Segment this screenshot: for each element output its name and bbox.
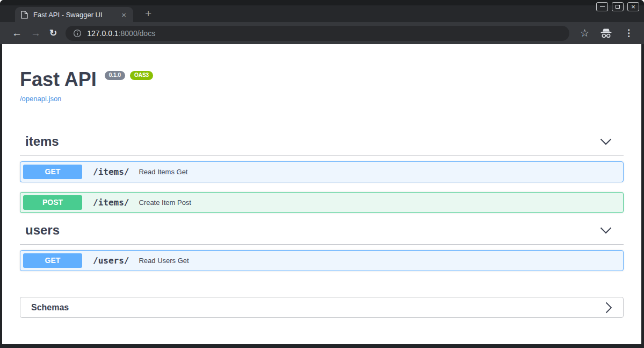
tag-section-items: items GET /items/ Read Items Get POST /i… [20,134,624,213]
method-badge-post: POST [23,195,82,210]
incognito-icon [598,28,614,39]
close-button[interactable]: × [627,2,639,11]
chevron-down-icon [600,227,612,234]
tab-title: Fast API - Swagger UI [33,11,120,19]
maximize-button[interactable] [612,2,624,11]
operation-summary: Create Item Post [139,198,191,207]
schemas-section[interactable]: Schemas [20,297,624,318]
version-badge: 0.1.0 [105,71,125,80]
browser-toolbar: ← → ↻ 127.0.0.1:8000/docs ☆ [0,22,644,44]
method-badge-get: GET [23,165,82,179]
browser-menu-icon[interactable]: ⋮ [620,26,638,40]
tag-name: users [25,223,60,238]
schemas-label: Schemas [31,303,69,313]
forward-icon[interactable]: → [26,26,45,40]
tag-name: items [25,134,59,149]
openapi-spec-link[interactable]: /openapi.json [20,95,61,103]
chevron-down-icon [600,138,612,145]
titlebar: Fast API - Swagger UI × + × [0,0,644,22]
oas3-badge: OAS3 [130,71,153,80]
tag-header-items[interactable]: items [20,134,624,156]
minimize-icon [600,6,605,8]
operation-path: /items/ [93,167,129,177]
browser-window: Fast API - Swagger UI × + × ← → ↻ 127.0.… [0,0,644,348]
bookmark-star-icon[interactable]: ☆ [577,26,592,40]
operation-summary: Read Users Get [139,257,189,265]
url-host: 127.0.0.1 [87,29,118,38]
api-info: Fast API 0.1.0 OAS3 /openapi.json [20,70,624,103]
operation-path: /items/ [93,197,129,208]
chevron-right-icon [605,302,612,314]
tag-header-users[interactable]: users [20,223,624,245]
toolbar-right: ☆ ⋮ [577,26,638,40]
new-tab-button[interactable]: + [142,6,155,20]
tab-close-icon[interactable]: × [120,10,128,19]
opblock-get-users[interactable]: GET /users/ Read Users Get [20,250,624,271]
swagger-page: Fast API 0.1.0 OAS3 /openapi.json items [2,44,641,344]
page-file-icon [21,11,28,19]
minimize-button[interactable] [596,2,608,11]
method-badge-get: GET [23,253,82,268]
maximize-icon [616,5,620,9]
operation-summary: Read Items Get [139,168,187,176]
browser-tab[interactable]: Fast API - Swagger UI × [15,7,133,22]
address-bar[interactable]: 127.0.0.1:8000/docs [66,26,569,41]
refresh-icon[interactable]: ↻ [45,26,61,40]
api-title-text: Fast API [20,70,97,89]
opblock-post-items[interactable]: POST /items/ Create Item Post [20,192,624,213]
back-icon[interactable]: ← [8,26,26,40]
tag-section-users: users GET /users/ Read Users Get [20,223,624,271]
url-path: :8000/docs [119,29,156,38]
operations-sections: items GET /items/ Read Items Get POST /i… [20,134,624,271]
site-info-icon[interactable] [73,29,82,38]
opblock-get-items[interactable]: GET /items/ Read Items Get [20,161,624,182]
url-text: 127.0.0.1:8000/docs [87,29,155,38]
window-controls: × [596,2,639,11]
page-title: Fast API 0.1.0 OAS3 [20,70,624,89]
operation-path: /users/ [93,255,129,266]
